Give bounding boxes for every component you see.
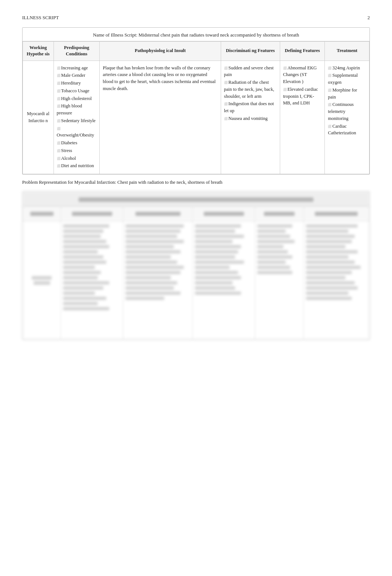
col-discriminating: Discriminati ng Features [221,41,280,61]
cell-discriminating: Sudden and severe chest pain Radiation o… [221,61,280,174]
cell-treatment: 324mg Aspirin Supplemental oxygen Morphi… [325,61,369,174]
treatment-item-2: Supplemental oxygen [328,72,366,86]
blurred-name-row-1 [23,192,369,206]
col-predisposing: Predisposing Conditions [54,41,100,61]
predisposing-item-7: Sedentary lifestyle [57,117,97,124]
predisposing-item-10: Stress [57,147,97,154]
col-working-hypothesis: Working Hypothe sis [23,41,54,61]
problem-representation: Problem Representation for Myocardial In… [22,180,370,185]
blurred-table-1 [22,191,370,340]
treatment-item-1: 324mg Aspirin [328,65,366,72]
cell-working-hypothesis: Myocardi al Infarctio n [23,61,54,174]
cell-defining: Abnormal EKG Changes (ST Elevation ) Ele… [280,61,325,174]
col-pathophysiological: Pathophysiolog ical Insult [100,41,221,61]
discriminating-item-2: Radiation of the chest pain to the neck,… [224,79,277,100]
discriminating-item-4: Nausea and vomiting [224,115,277,122]
col-treatment: Treatment [325,41,369,61]
predisposing-item-1: Increasing age [57,65,97,72]
blurred-table-row-1 [23,221,369,339]
treatment-item-3: Morphine for pain [328,87,366,101]
illness-script-table: Name of Illness Script: Midsternal chest… [22,27,370,175]
blurred-table-inner-1 [23,206,369,339]
defining-item-1: Abnormal EKG Changes (ST Elevation ) [283,65,322,85]
treatment-item-4: Continuous telemetry monitoring [328,101,366,122]
illness-name-row: Name of Illness Script: Midsternal chest… [23,28,369,41]
discriminating-item-1: Sudden and severe chest pain [224,65,277,79]
blurred-content [22,191,370,340]
predisposing-item-8: Overweight/Obesity [57,125,97,139]
predisposing-item-5: High cholesterol [57,95,97,102]
col-defining: Defining Features [280,41,325,61]
page-number: 2 [368,15,370,21]
predisposing-item-6: High blood pressure [57,103,97,117]
page-title: ILLNESS SCRIPT [22,15,59,21]
discriminating-item-3: Indigestion that does not let up [224,100,277,114]
treatment-item-5: Cardiac Catheterization [328,123,366,137]
predisposing-item-11: Alcohol [57,155,97,162]
cell-predisposing: Increasing age Male Gender Hereditary To… [54,61,100,174]
defining-item-2: Elevated cardiac troponin I, CPK-MB, and… [283,86,322,107]
illness-name-label: Name of Illness Script: Midsternal chest… [93,32,299,38]
predisposing-item-4: Tobacco Usage [57,87,97,94]
predisposing-item-2: Male Gender [57,72,97,79]
predisposing-item-12: Diet and nutrition [57,162,97,169]
predisposing-item-3: Hereditary [57,80,97,87]
predisposing-item-9: Diabetes [57,139,97,146]
illness-table: Working Hypothe sis Predisposing Conditi… [23,41,369,175]
table-row: Myocardi al Infarctio n Increasing age M… [23,61,369,174]
cell-pathophysiological: Plaque that has broken lose from the wal… [100,61,221,174]
